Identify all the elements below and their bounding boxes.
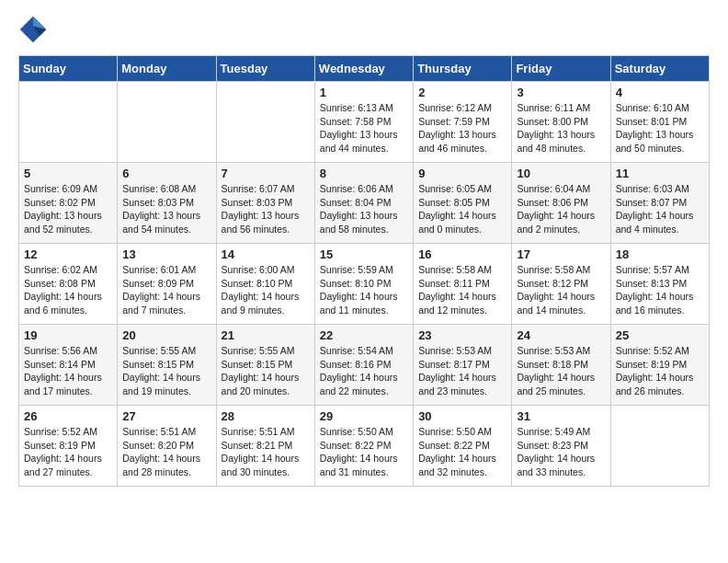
day-number: 15 (320, 247, 408, 261)
logo-icon (18, 15, 48, 44)
day-info: Sunrise: 6:06 AM Sunset: 8:04 PM Dayligh… (320, 182, 408, 236)
calendar-cell: 3Sunrise: 6:11 AM Sunset: 8:00 PM Daylig… (512, 82, 610, 163)
day-info: Sunrise: 5:54 AM Sunset: 8:16 PM Dayligh… (320, 344, 408, 398)
day-info: Sunrise: 5:51 AM Sunset: 8:21 PM Dayligh… (222, 425, 310, 479)
weekday-header-friday: Friday (512, 56, 610, 82)
calendar-cell: 28Sunrise: 5:51 AM Sunset: 8:21 PM Dayli… (216, 406, 314, 487)
day-info: Sunrise: 5:55 AM Sunset: 8:15 PM Dayligh… (122, 344, 210, 398)
day-number: 1 (320, 86, 408, 99)
day-number: 16 (418, 247, 506, 261)
day-number: 26 (24, 409, 112, 423)
logo (18, 15, 53, 44)
day-info: Sunrise: 5:50 AM Sunset: 8:22 PM Dayligh… (320, 425, 408, 479)
calendar-cell: 18Sunrise: 5:57 AM Sunset: 8:13 PM Dayli… (610, 244, 709, 325)
day-number: 9 (418, 167, 506, 180)
day-number: 20 (122, 328, 210, 342)
calendar-cell: 19Sunrise: 5:56 AM Sunset: 8:14 PM Dayli… (19, 325, 118, 406)
day-info: Sunrise: 6:09 AM Sunset: 8:02 PM Dayligh… (24, 182, 112, 236)
weekday-header-sunday: Sunday (19, 56, 118, 82)
day-info: Sunrise: 6:05 AM Sunset: 8:05 PM Dayligh… (418, 182, 506, 236)
day-info: Sunrise: 5:59 AM Sunset: 8:10 PM Dayligh… (320, 263, 408, 317)
day-info: Sunrise: 6:03 AM Sunset: 8:07 PM Dayligh… (616, 182, 704, 236)
day-number: 30 (418, 409, 506, 423)
header (18, 15, 710, 44)
calendar-cell: 4Sunrise: 6:10 AM Sunset: 8:01 PM Daylig… (610, 82, 709, 163)
day-number: 23 (418, 328, 506, 342)
day-number: 8 (320, 167, 408, 180)
calendar-cell: 5Sunrise: 6:09 AM Sunset: 8:02 PM Daylig… (19, 163, 118, 244)
day-info: Sunrise: 5:50 AM Sunset: 8:22 PM Dayligh… (418, 425, 506, 479)
calendar-cell: 13Sunrise: 6:01 AM Sunset: 8:09 PM Dayli… (118, 244, 216, 325)
calendar-week-3: 12Sunrise: 6:02 AM Sunset: 8:08 PM Dayli… (19, 244, 710, 325)
calendar-week-4: 19Sunrise: 5:56 AM Sunset: 8:14 PM Dayli… (19, 325, 710, 406)
day-number: 4 (616, 86, 704, 99)
day-info: Sunrise: 6:07 AM Sunset: 8:03 PM Dayligh… (222, 182, 310, 236)
day-info: Sunrise: 6:13 AM Sunset: 7:58 PM Dayligh… (320, 101, 408, 155)
calendar-cell: 23Sunrise: 5:53 AM Sunset: 8:17 PM Dayli… (414, 325, 512, 406)
calendar-cell: 24Sunrise: 5:53 AM Sunset: 8:18 PM Dayli… (512, 325, 610, 406)
calendar-cell: 22Sunrise: 5:54 AM Sunset: 8:16 PM Dayli… (314, 325, 413, 406)
calendar-cell: 7Sunrise: 6:07 AM Sunset: 8:03 PM Daylig… (216, 163, 314, 244)
day-number: 6 (122, 167, 210, 180)
calendar-cell: 17Sunrise: 5:58 AM Sunset: 8:12 PM Dayli… (512, 244, 610, 325)
day-info: Sunrise: 6:10 AM Sunset: 8:01 PM Dayligh… (616, 101, 704, 155)
day-number: 22 (320, 328, 408, 342)
day-number: 18 (616, 247, 704, 261)
calendar-cell: 31Sunrise: 5:49 AM Sunset: 8:23 PM Dayli… (512, 406, 610, 487)
day-info: Sunrise: 6:08 AM Sunset: 8:03 PM Dayligh… (122, 182, 210, 236)
calendar-week-2: 5Sunrise: 6:09 AM Sunset: 8:02 PM Daylig… (19, 163, 710, 244)
day-info: Sunrise: 5:53 AM Sunset: 8:18 PM Dayligh… (517, 344, 605, 398)
calendar-cell: 12Sunrise: 6:02 AM Sunset: 8:08 PM Dayli… (19, 244, 118, 325)
weekday-header-wednesday: Wednesday (314, 56, 413, 82)
day-info: Sunrise: 5:56 AM Sunset: 8:14 PM Dayligh… (24, 344, 112, 398)
day-info: Sunrise: 5:51 AM Sunset: 8:20 PM Dayligh… (122, 425, 210, 479)
day-number: 12 (24, 247, 112, 261)
day-info: Sunrise: 6:02 AM Sunset: 8:08 PM Dayligh… (24, 263, 112, 317)
calendar-cell: 11Sunrise: 6:03 AM Sunset: 8:07 PM Dayli… (610, 163, 709, 244)
calendar-cell: 8Sunrise: 6:06 AM Sunset: 8:04 PM Daylig… (314, 163, 413, 244)
day-info: Sunrise: 5:55 AM Sunset: 8:15 PM Dayligh… (222, 344, 310, 398)
day-number: 25 (616, 328, 704, 342)
day-number: 27 (122, 409, 210, 423)
day-number: 31 (517, 409, 605, 423)
calendar-cell: 15Sunrise: 5:59 AM Sunset: 8:10 PM Dayli… (314, 244, 413, 325)
calendar-cell: 20Sunrise: 5:55 AM Sunset: 8:15 PM Dayli… (118, 325, 216, 406)
day-info: Sunrise: 5:52 AM Sunset: 8:19 PM Dayligh… (616, 344, 704, 398)
calendar-cell (216, 82, 314, 163)
calendar-cell: 26Sunrise: 5:52 AM Sunset: 8:19 PM Dayli… (19, 406, 118, 487)
day-info: Sunrise: 6:12 AM Sunset: 7:59 PM Dayligh… (418, 101, 506, 155)
day-number: 10 (517, 167, 605, 180)
calendar-cell: 14Sunrise: 6:00 AM Sunset: 8:10 PM Dayli… (216, 244, 314, 325)
day-number: 21 (222, 328, 310, 342)
calendar-table: SundayMondayTuesdayWednesdayThursdayFrid… (18, 55, 710, 487)
calendar-cell: 29Sunrise: 5:50 AM Sunset: 8:22 PM Dayli… (314, 406, 413, 487)
calendar-header: SundayMondayTuesdayWednesdayThursdayFrid… (19, 56, 710, 82)
calendar-cell: 27Sunrise: 5:51 AM Sunset: 8:20 PM Dayli… (118, 406, 216, 487)
day-number: 28 (222, 409, 310, 423)
calendar-cell: 25Sunrise: 5:52 AM Sunset: 8:19 PM Dayli… (610, 325, 709, 406)
day-info: Sunrise: 6:04 AM Sunset: 8:06 PM Dayligh… (517, 182, 605, 236)
calendar-cell (118, 82, 216, 163)
day-info: Sunrise: 5:57 AM Sunset: 8:13 PM Dayligh… (616, 263, 704, 317)
day-number: 3 (517, 86, 605, 99)
calendar-week-1: 1Sunrise: 6:13 AM Sunset: 7:58 PM Daylig… (19, 82, 710, 163)
weekday-header-monday: Monday (118, 56, 216, 82)
day-number: 17 (517, 247, 605, 261)
calendar-cell: 21Sunrise: 5:55 AM Sunset: 8:15 PM Dayli… (216, 325, 314, 406)
day-number: 5 (24, 167, 112, 180)
day-info: Sunrise: 6:00 AM Sunset: 8:10 PM Dayligh… (222, 263, 310, 317)
day-number: 19 (24, 328, 112, 342)
day-info: Sunrise: 5:52 AM Sunset: 8:19 PM Dayligh… (24, 425, 112, 479)
day-number: 11 (616, 167, 704, 180)
calendar-cell (610, 406, 709, 487)
calendar-cell: 2Sunrise: 6:12 AM Sunset: 7:59 PM Daylig… (414, 82, 512, 163)
weekday-header-tuesday: Tuesday (216, 56, 314, 82)
day-info: Sunrise: 5:49 AM Sunset: 8:23 PM Dayligh… (517, 425, 605, 479)
calendar-cell: 6Sunrise: 6:08 AM Sunset: 8:03 PM Daylig… (118, 163, 216, 244)
day-info: Sunrise: 5:58 AM Sunset: 8:11 PM Dayligh… (418, 263, 506, 317)
day-number: 13 (122, 247, 210, 261)
calendar-cell: 10Sunrise: 6:04 AM Sunset: 8:06 PM Dayli… (512, 163, 610, 244)
day-info: Sunrise: 5:53 AM Sunset: 8:17 PM Dayligh… (418, 344, 506, 398)
day-info: Sunrise: 5:58 AM Sunset: 8:12 PM Dayligh… (517, 263, 605, 317)
calendar-cell: 30Sunrise: 5:50 AM Sunset: 8:22 PM Dayli… (414, 406, 512, 487)
